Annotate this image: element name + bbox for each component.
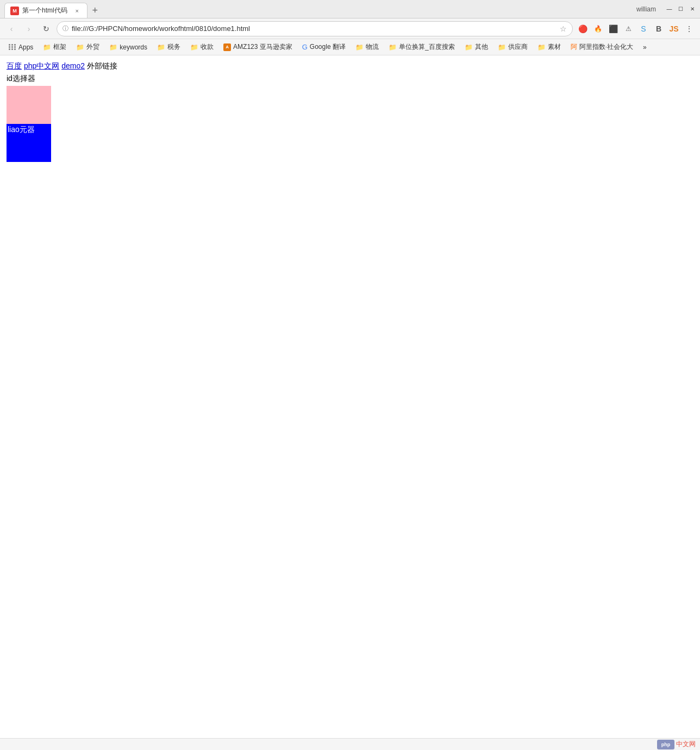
- bookmark-keywords[interactable]: 📁 keywords: [105, 42, 152, 53]
- chinese-label: 中文网: [676, 740, 696, 749]
- bookmark-folder-icon-2: 📁: [76, 43, 84, 51]
- bookmark-folder-icon: 📁: [43, 43, 51, 51]
- link-php-zhongwen[interactable]: php中文网: [24, 61, 59, 70]
- tab-close-button[interactable]: ×: [73, 7, 82, 15]
- page-content: 百度 php中文网 demo2 外部链接 id选择器 liao元器: [0, 55, 700, 738]
- bookmark-google-label: Google 翻译: [310, 42, 346, 52]
- link-baidu[interactable]: 百度: [7, 61, 22, 70]
- google-icon: G: [302, 43, 308, 51]
- title-bar: M 第一个html代码 × + william — ☐ ✕: [0, 0, 700, 18]
- php-icon: php: [657, 740, 674, 749]
- bookmark-amz[interactable]: A AMZ123 亚马逊卖家: [219, 41, 297, 53]
- bookmark-tax[interactable]: 📁 税务: [153, 41, 185, 53]
- address-lock-icon: ⓘ: [62, 24, 68, 33]
- amz-icon: A: [223, 43, 231, 51]
- browser-tab[interactable]: M 第一个html代码 ×: [4, 3, 88, 18]
- navigation-bar: ‹ › ↻ ⓘ ☆ 🔴 🔥 ⬛ ⚠ S B JS ⋮: [0, 18, 700, 39]
- forward-button[interactable]: ›: [22, 22, 36, 36]
- bookmark-material-label: 素材: [548, 42, 561, 52]
- bookmark-folder-icon-3: 📁: [109, 43, 117, 51]
- id-selector-label: id选择器: [7, 74, 693, 84]
- close-button[interactable]: ✕: [689, 5, 696, 12]
- extension-icon-1[interactable]: 🔴: [576, 22, 589, 35]
- tab-title: 第一个html代码: [22, 6, 67, 15]
- bookmark-logistics[interactable]: 📁 物流: [351, 41, 383, 53]
- bookmark-collect-label: 收款: [201, 42, 214, 52]
- extension-icon-3[interactable]: ⬛: [607, 22, 620, 35]
- liao-label: liao元器: [7, 125, 36, 135]
- bookmark-logistics-label: 物流: [366, 42, 379, 52]
- maximize-button[interactable]: ☐: [677, 5, 684, 12]
- bookmark-amz-label: AMZ123 亚马逊卖家: [233, 42, 292, 52]
- link-demo2[interactable]: demo2: [61, 61, 85, 70]
- apps-grid-icon: [9, 44, 16, 50]
- nav-icons-group: 🔴 🔥 ⬛ ⚠ S B JS ⋮: [576, 22, 696, 35]
- bookmark-folder-icon-8: 📁: [465, 43, 473, 51]
- id-selector-section: id选择器: [7, 74, 693, 124]
- ali-icon: 阿: [571, 42, 577, 52]
- bookmark-folder-icon-7: 📁: [389, 43, 397, 51]
- extension-icon-2[interactable]: 🔥: [591, 22, 604, 35]
- bookmark-folder-icon-5: 📁: [190, 43, 198, 51]
- bookmark-other-label: 其他: [475, 42, 488, 52]
- status-bar: php 中文网: [0, 738, 700, 750]
- new-tab-button[interactable]: +: [88, 3, 103, 18]
- back-button[interactable]: ‹: [4, 22, 18, 36]
- bookmark-google-translate[interactable]: G Google 翻译: [298, 41, 350, 53]
- extension-icon-5[interactable]: S: [637, 22, 650, 35]
- extension-icon-7[interactable]: JS: [667, 22, 680, 35]
- window-user-label: william: [636, 5, 656, 13]
- bookmark-framework-label: 框架: [53, 42, 66, 52]
- bookmark-framework[interactable]: 📁 框架: [39, 41, 71, 53]
- bookmark-convert-label: 单位换算_百度搜索: [399, 42, 455, 52]
- bookmark-ali-label: 阿里指数·社会化大: [579, 42, 633, 52]
- bookmark-star-icon[interactable]: ☆: [560, 24, 567, 33]
- bookmark-apps[interactable]: Apps: [4, 42, 38, 53]
- bookmark-foreign-trade-label: 外贸: [86, 42, 99, 52]
- pink-box: [7, 86, 51, 124]
- bookmark-material[interactable]: 📁 素材: [533, 41, 565, 53]
- minimize-button[interactable]: —: [666, 5, 673, 12]
- bookmark-keywords-label: keywords: [120, 43, 147, 51]
- bookmark-folder-icon-9: 📁: [498, 43, 506, 51]
- address-bar-wrapper[interactable]: ⓘ ☆: [57, 21, 573, 36]
- bookmark-tax-label: 税务: [167, 42, 180, 52]
- bookmark-more[interactable]: »: [639, 42, 651, 53]
- tab-favicon: M: [10, 7, 19, 15]
- bookmark-apps-label: Apps: [18, 43, 33, 51]
- bookmark-supplier-label: 供应商: [508, 42, 528, 52]
- bookmark-collect[interactable]: 📁 收款: [186, 41, 218, 53]
- bookmark-supplier[interactable]: 📁 供应商: [493, 41, 532, 53]
- browser-window: M 第一个html代码 × + william — ☐ ✕ ‹ › ↻ ⓘ ☆ …: [0, 0, 700, 750]
- blue-box: liao元器: [7, 124, 51, 162]
- bookmark-convert[interactable]: 📁 单位换算_百度搜索: [384, 41, 459, 53]
- liao-section: liao元器: [7, 124, 693, 162]
- bookmark-foreign-trade[interactable]: 📁 外贸: [72, 41, 104, 53]
- bookmark-folder-icon-6: 📁: [355, 43, 364, 51]
- bookmark-folder-icon-10: 📁: [538, 43, 546, 51]
- window-controls: william — ☐ ✕: [636, 5, 696, 13]
- tab-area: M 第一个html代码 × +: [4, 0, 632, 18]
- bookmark-other[interactable]: 📁 其他: [460, 41, 492, 53]
- address-input[interactable]: [72, 24, 557, 33]
- bookmark-ali[interactable]: 阿 阿里指数·社会化大: [566, 41, 638, 53]
- bookmarks-bar: Apps 📁 框架 📁 外贸 📁 keywords 📁 税务 📁 收款 A AM…: [0, 39, 700, 55]
- extension-icon-4[interactable]: ⚠: [622, 22, 635, 35]
- php-badge: php 中文网: [657, 740, 696, 749]
- more-bookmarks-icon: »: [643, 43, 647, 51]
- bookmark-folder-icon-4: 📁: [157, 43, 165, 51]
- extension-icon-6[interactable]: B: [652, 22, 665, 35]
- more-options-button[interactable]: ⋮: [683, 22, 696, 35]
- reload-button[interactable]: ↻: [39, 22, 53, 36]
- text-external-link: 外部链接: [87, 61, 117, 70]
- links-line: 百度 php中文网 demo2 外部链接: [7, 60, 693, 72]
